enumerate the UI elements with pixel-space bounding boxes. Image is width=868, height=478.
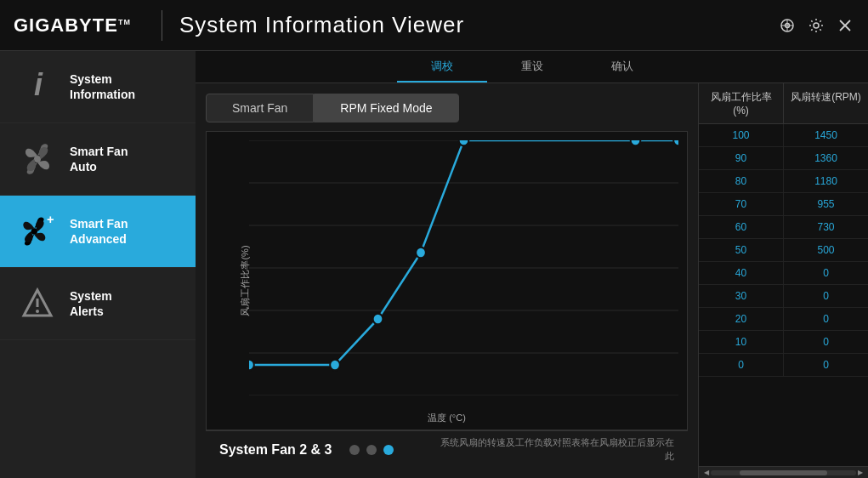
logo-tm: TM [118, 17, 131, 26]
chart-point[interactable] [673, 140, 678, 145]
cell-ratio: 30 [699, 285, 784, 307]
col-header-rpm: 风扇转速(RPM) [784, 83, 868, 123]
chart-svg: 100 80 60 40 20 0 0 10 20 30 40 50 60 [249, 140, 678, 395]
bottom-bar: System Fan 2 & 3 系统风扇的转速及工作负载对照表将在风扇校正后显… [206, 430, 688, 468]
sidebar-item-smart-fan-auto[interactable]: Smart FanAuto [0, 123, 196, 196]
cell-rpm: 1450 [784, 124, 868, 146]
sidebar-label-smart-fan-auto: Smart FanAuto [70, 144, 128, 174]
sidebar-item-system-alerts[interactable]: SystemAlerts [0, 268, 196, 340]
right-panel: 风扇工作比率(%) 风扇转速(RPM) 100 1450 90 1360 80 … [698, 83, 868, 478]
scroll-right[interactable]: ▶ [856, 469, 865, 476]
table-row[interactable]: 60 730 [699, 216, 868, 239]
cell-rpm: 1180 [784, 170, 868, 192]
sidebar-item-smart-fan-advanced[interactable]: + Smart FanAdvanced [0, 196, 196, 268]
cell-rpm: 730 [784, 216, 868, 238]
cell-ratio: 70 [699, 193, 784, 215]
table-row[interactable]: 100 1450 [699, 124, 868, 147]
table-row[interactable]: 30 0 [699, 285, 868, 308]
cell-rpm: 0 [784, 262, 868, 284]
tab-confirm[interactable]: 确认 [577, 51, 667, 83]
tab-smart-fan[interactable]: Smart Fan [206, 94, 314, 122]
col-header-ratio: 风扇工作比率(%) [699, 83, 784, 123]
table-row[interactable]: 90 1360 [699, 147, 868, 170]
table-row[interactable]: 70 955 [699, 193, 868, 216]
cell-ratio: 0 [699, 354, 784, 376]
cell-rpm: 500 [784, 239, 868, 261]
y-axis-label: 风扇工作比率(%) [239, 245, 252, 316]
tab-rpm-fixed[interactable]: RPM Fixed Mode [314, 94, 458, 122]
gigabyte-logo: GIGABYTETM [14, 14, 131, 37]
cell-rpm: 1360 [784, 147, 868, 169]
sidebar: i SystemInformation Smart FanAuto [0, 51, 196, 478]
settings-icon[interactable] [807, 16, 825, 35]
table-row[interactable]: 80 1180 [699, 170, 868, 193]
right-panel-rows: 100 1450 90 1360 80 1180 70 955 60 730 5… [699, 124, 868, 466]
x-axis-label: 温度 (°C) [428, 412, 466, 424]
fan-auto-icon [14, 135, 61, 183]
sidebar-label-system-alerts: SystemAlerts [70, 288, 112, 319]
chart-container: 风扇工作比率(%) 温度 (°C) 100 80 [206, 131, 688, 430]
main-layout: i SystemInformation Smart FanAuto [0, 51, 868, 478]
svg-point-8 [34, 156, 41, 162]
dot-3[interactable] [383, 445, 394, 455]
cell-rpm: 955 [784, 193, 868, 215]
cell-ratio: 100 [699, 124, 784, 146]
svg-point-9 [31, 228, 37, 234]
cell-ratio: 80 [699, 170, 784, 192]
close-icon[interactable] [836, 16, 854, 35]
alert-icon [14, 280, 61, 327]
top-tabs: 调校 重设 确认 [196, 51, 868, 83]
fan-label: System Fan 2 & 3 [219, 442, 332, 458]
cell-ratio: 50 [699, 239, 784, 261]
cell-ratio: 90 [699, 147, 784, 169]
sidebar-label-smart-fan-advanced: Smart FanAdvanced [70, 216, 128, 247]
svg-point-13 [36, 310, 39, 313]
cell-rpm: 0 [784, 354, 868, 376]
scroll-thumb[interactable] [740, 470, 827, 475]
sidebar-item-system-info[interactable]: i SystemInformation [0, 51, 196, 123]
header-divider [162, 10, 162, 41]
scroll-bar[interactable]: ◀ ▶ [699, 466, 868, 478]
sidebar-label-system-info: SystemInformation [70, 71, 135, 102]
cell-rpm: 0 [784, 331, 868, 353]
cell-rpm: 0 [784, 285, 868, 307]
cell-ratio: 40 [699, 262, 784, 284]
app-title: System Information Viewer [179, 12, 778, 38]
menu-icon[interactable] [778, 16, 797, 35]
app-header: GIGABYTETM System Information Viewer [0, 0, 868, 51]
content-body: Smart Fan RPM Fixed Mode 风扇工作比率(%) 温度 (°… [196, 83, 868, 478]
cell-rpm: 0 [784, 308, 868, 330]
fan-advanced-icon: + [14, 208, 61, 255]
scroll-left[interactable]: ◀ [702, 469, 711, 476]
mode-tabs: Smart Fan RPM Fixed Mode [206, 94, 688, 122]
chart-point[interactable] [330, 360, 340, 371]
dot-1[interactable] [349, 445, 360, 455]
tab-adjust[interactable]: 调校 [397, 51, 487, 83]
cell-ratio: 60 [699, 216, 784, 238]
dot-2[interactable] [366, 445, 377, 455]
table-row[interactable]: 50 500 [699, 239, 868, 262]
chart-area: Smart Fan RPM Fixed Mode 风扇工作比率(%) 温度 (°… [196, 83, 698, 478]
svg-text:i: i [34, 68, 43, 102]
content-area: 调校 重设 确认 Smart Fan RPM Fixed Mode 风扇工作比率… [196, 51, 868, 478]
table-row[interactable]: 10 0 [699, 331, 868, 354]
svg-point-4 [814, 23, 819, 28]
table-row[interactable]: 40 0 [699, 262, 868, 285]
tab-reset[interactable]: 重设 [487, 51, 577, 83]
scroll-track[interactable] [711, 470, 856, 475]
right-panel-header: 风扇工作比率(%) 风扇转速(RPM) [699, 83, 868, 124]
bottom-note: 系统风扇的转速及工作负载对照表将在风扇校正后显示在此 [436, 436, 674, 463]
header-icons [778, 16, 854, 35]
chart-line [249, 140, 678, 365]
cell-ratio: 20 [699, 308, 784, 330]
chart-point[interactable] [373, 314, 383, 325]
info-icon: i [14, 63, 61, 111]
chart-point[interactable] [631, 140, 641, 145]
table-row[interactable]: 0 0 [699, 354, 868, 377]
chart-point[interactable] [249, 360, 254, 371]
chart-point[interactable] [459, 140, 469, 145]
cell-ratio: 10 [699, 331, 784, 353]
chart-point[interactable] [416, 248, 426, 259]
table-row[interactable]: 20 0 [699, 308, 868, 331]
svg-text:+: + [47, 213, 54, 226]
